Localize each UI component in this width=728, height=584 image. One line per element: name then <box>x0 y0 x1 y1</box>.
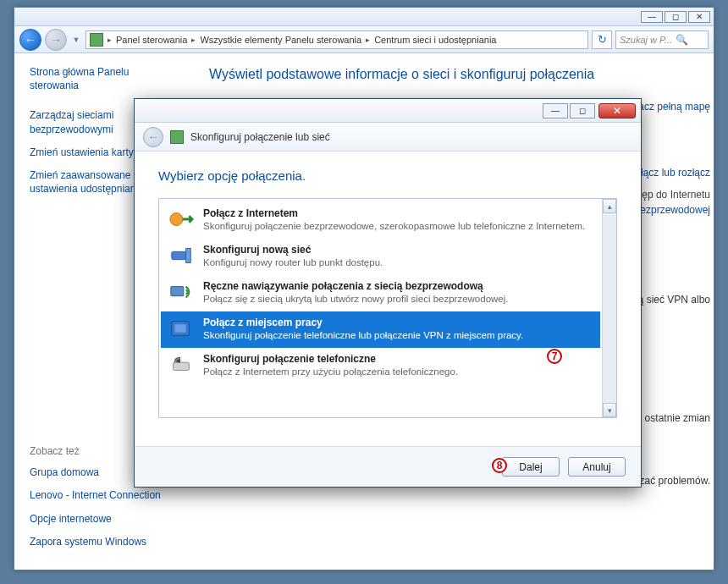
page-title: Wyświetl podstawowe informacje o sieci i… <box>209 67 695 82</box>
scroll-down-button[interactable]: ▾ <box>603 403 616 417</box>
option-texts: Skonfiguruj połączenie telefonicznePołąc… <box>203 353 593 378</box>
search-input[interactable]: Szukaj w P... 🔍 <box>615 30 709 49</box>
svg-rect-3 <box>171 286 184 295</box>
wizard-header: ← Skonfiguruj połączenie lub sieć <box>135 123 641 152</box>
breadcrumb-seg[interactable]: Wszystkie elementy Panelu sterowania <box>200 35 361 45</box>
sidebar-home-link[interactable]: Strona główna Panelu sterowania <box>30 65 180 92</box>
wizard-titlebar: — ◻ ✕ <box>135 99 641 123</box>
cancel-button[interactable]: Anuluj <box>568 457 626 477</box>
see-also-lenovo[interactable]: Lenovo - Internet Connection <box>30 488 182 502</box>
option-texts: Połącz z miejscem pracySkonfiguruj połąc… <box>203 317 593 342</box>
svg-rect-1 <box>172 251 186 259</box>
close-button[interactable]: ✕ <box>688 11 710 23</box>
option-title: Ręczne nawiązywanie połączenia z siecią … <box>203 280 593 293</box>
address-bar[interactable]: ▸ Panel sterowania ▸ Wszystkie elementy … <box>85 30 588 49</box>
wizard-dialog: — ◻ ✕ ← Skonfiguruj połączenie lub sieć … <box>134 98 642 488</box>
search-placeholder: Szukaj w P... <box>620 35 672 45</box>
wizard-back-button[interactable]: ← <box>143 127 163 147</box>
connection-option[interactable]: Ręczne nawiązywanie połączenia z siecią … <box>161 275 600 311</box>
history-dropdown[interactable]: ▼ <box>70 29 82 51</box>
breadcrumb-seg[interactable]: Centrum sieci i udostępniania <box>374 35 496 45</box>
scrollbar[interactable]: ▴ ▾ <box>602 199 616 417</box>
connection-option[interactable]: Połącz z miejscem pracySkonfiguruj połąc… <box>161 311 600 348</box>
option-desc: Konfiguruj nowy router lub punkt dostępu… <box>203 256 593 269</box>
option-texts: Ręczne nawiązywanie połączenia z siecią … <box>203 280 593 306</box>
connection-option[interactable]: Połącz z InternetemSkonfiguruj połączeni… <box>161 202 600 239</box>
control-panel-icon <box>90 33 103 47</box>
option-icon <box>168 317 195 340</box>
navbar: ← → ▼ ▸ Panel sterowania ▸ Wszystkie ele… <box>14 26 714 53</box>
option-icon <box>168 244 195 267</box>
option-desc: Skonfiguruj połączenie bezprzewodowe, sz… <box>203 220 593 233</box>
minimize-button[interactable]: — <box>641 11 663 23</box>
wizard-close-button[interactable]: ✕ <box>598 103 636 118</box>
svg-rect-7 <box>176 359 180 362</box>
maximize-button[interactable]: ◻ <box>665 11 687 23</box>
wizard-minimize-button[interactable]: — <box>543 103 568 118</box>
option-icon <box>168 207 195 231</box>
see-also-internet-options[interactable]: Opcje internetowe <box>30 512 182 526</box>
see-also-firewall[interactable]: Zapora systemu Windows <box>30 535 182 548</box>
forward-button[interactable]: → <box>45 29 67 51</box>
option-desc: Połącz z Internetem przy użyciu połączen… <box>203 366 593 378</box>
refresh-button[interactable]: ↻ <box>592 30 612 49</box>
svg-point-0 <box>170 213 183 226</box>
connection-option[interactable]: Skonfiguruj nową siećKonfiguruj nowy rou… <box>161 239 600 275</box>
option-desc: Skonfiguruj połączenie telefoniczne lub … <box>203 329 593 342</box>
connection-option[interactable]: Skonfiguruj połączenie telefonicznePołąc… <box>161 348 600 384</box>
option-desc: Połącz się z siecią ukrytą lub utwórz no… <box>203 293 593 306</box>
next-button[interactable]: Dalej <box>502 457 560 477</box>
chevron-right-icon: ▸ <box>364 36 372 44</box>
wizard-title: Skonfiguruj połączenie lub sieć <box>190 131 330 143</box>
option-icon <box>168 280 195 304</box>
annotation-8: 8 <box>492 458 507 473</box>
breadcrumb-seg[interactable]: Panel sterowania <box>116 35 187 45</box>
annotation-7: 7 <box>547 349 562 364</box>
search-icon: 🔍 <box>676 34 688 46</box>
wizard-maximize-button[interactable]: ◻ <box>570 103 595 118</box>
option-title: Skonfiguruj połączenie telefoniczne <box>203 353 593 366</box>
svg-rect-5 <box>175 324 186 332</box>
option-texts: Połącz z InternetemSkonfiguruj połączeni… <box>203 207 593 233</box>
chevron-right-icon: ▸ <box>106 36 113 44</box>
titlebar: — ◻ ✕ <box>14 8 714 26</box>
svg-rect-6 <box>174 362 190 370</box>
option-title: Połącz z miejscem pracy <box>203 317 593 329</box>
option-texts: Skonfiguruj nową siećKonfiguruj nowy rou… <box>203 244 593 269</box>
chevron-right-icon: ▸ <box>190 36 197 44</box>
option-title: Skonfiguruj nową sieć <box>203 244 593 256</box>
wizard-footer: Dalej Anuluj <box>135 446 641 487</box>
svg-rect-2 <box>186 249 191 263</box>
back-button[interactable]: ← <box>19 29 41 51</box>
wizard-body: Wybierz opcję połączenia. Połącz z Inter… <box>135 152 641 446</box>
network-icon <box>170 130 184 144</box>
wizard-heading: Wybierz opcję połączenia. <box>158 168 617 183</box>
scroll-up-button[interactable]: ▴ <box>603 199 616 213</box>
option-icon <box>168 353 195 377</box>
option-title: Połącz z Internetem <box>203 207 593 220</box>
connection-option-list: Połącz z InternetemSkonfiguruj połączeni… <box>158 198 617 418</box>
